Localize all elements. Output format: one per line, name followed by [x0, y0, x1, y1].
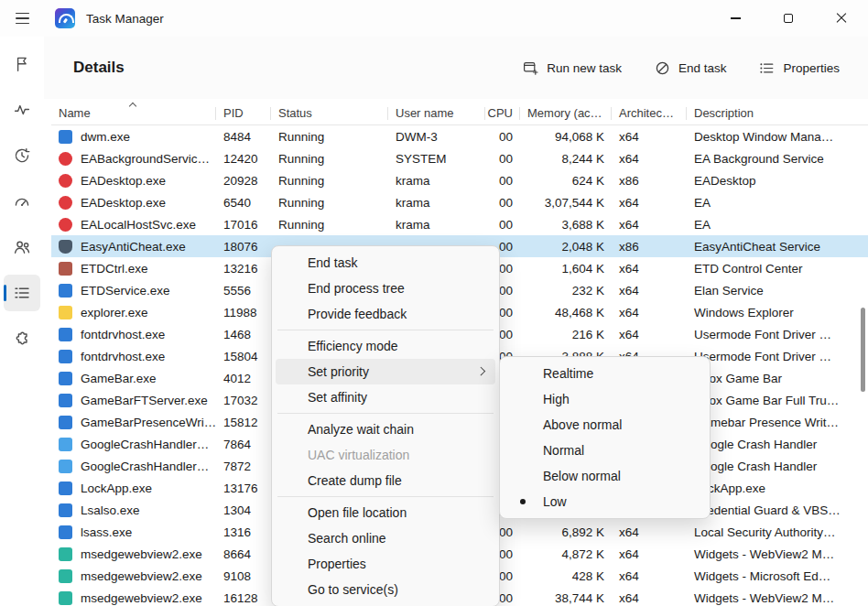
cell-arch: x64 [612, 257, 687, 279]
menu-item-efficiency-mode[interactable]: Efficiency mode [276, 333, 495, 359]
menu-item-open-file-location[interactable]: Open file location [276, 500, 495, 525]
process-icon [59, 547, 72, 561]
process-icon [59, 218, 72, 232]
priority-option-normal[interactable]: Normal [504, 438, 706, 463]
sidebar-item-services[interactable] [4, 320, 40, 357]
process-icon [59, 328, 72, 341]
properties-button[interactable]: Properties [747, 53, 852, 83]
priority-option-low[interactable]: Low [504, 489, 706, 514]
sidebar-item-startup-apps[interactable] [4, 183, 40, 220]
table-header: NamePIDStatusUser nameCPUMemory (ac…Arch… [51, 102, 868, 125]
menu-item-end-task[interactable]: End task [276, 250, 495, 276]
priority-option-realtime[interactable]: Realtime [504, 361, 706, 386]
cell-description: EA [687, 213, 868, 235]
menu-item-create-dump-file[interactable]: Create dump file [276, 468, 495, 493]
cell-cpu: 00 [485, 125, 520, 147]
process-row[interactable]: EALocalHostSvc.exe17016Runningkrama003,6… [51, 213, 868, 235]
cell-status: Running [271, 125, 388, 147]
column-header-description[interactable]: Description [687, 102, 868, 124]
cell-pid: 8484 [216, 125, 271, 147]
vertical-scrollbar-thumb[interactable] [861, 308, 865, 392]
menu-item-go-to-service-s[interactable]: Go to service(s) [276, 577, 495, 602]
cell-memory: 6,892 K [520, 521, 612, 543]
cell-memory: 1,604 K [520, 257, 612, 279]
cell-name: LockApp.exe [51, 477, 216, 499]
sidebar-item-processes[interactable] [4, 46, 40, 82]
cell-memory: 38,744 K [520, 587, 612, 606]
process-row[interactable]: EADesktop.exe6540Runningkrama003,07,544 … [51, 191, 868, 213]
process-row[interactable]: EABackgroundServic…12420RunningSYSTEM008… [51, 147, 868, 169]
properties-icon [759, 60, 775, 76]
run-new-task-button[interactable]: Run new task [511, 53, 634, 83]
sidebar-item-performance[interactable] [4, 92, 40, 128]
cell-arch: x86 [612, 235, 687, 257]
priority-option-high[interactable]: High [504, 386, 706, 412]
sort-ascending-icon [129, 103, 136, 110]
run-new-task-label: Run new task [547, 61, 622, 75]
chevron-right-icon [476, 367, 484, 375]
close-button[interactable] [815, 0, 868, 37]
process-icon [59, 569, 72, 583]
priority-option-above-normal[interactable]: Above normal [504, 412, 706, 438]
menu-item-set-affinity[interactable]: Set affinity [276, 384, 495, 410]
cell-arch: x64 [612, 521, 687, 543]
column-header-memory[interactable]: Memory (ac… [520, 102, 612, 124]
cell-user: krama [388, 213, 485, 235]
cell-name: fontdrvhost.exe [51, 345, 216, 367]
cell-description: Desktop Window Mana… [687, 125, 868, 147]
cell-description: EasyAntiCheat Service [687, 235, 868, 257]
cell-description: LockApp.exe [687, 477, 868, 499]
process-row[interactable]: dwm.exe8484RunningDWM-30094,068 Kx64Desk… [51, 125, 868, 147]
menu-item-analyze-wait-chain[interactable]: Analyze wait chain [276, 417, 495, 442]
process-icon [59, 284, 72, 298]
cell-arch: x86 [612, 169, 687, 191]
task-manager-app-icon [55, 8, 75, 28]
minimize-button[interactable] [709, 0, 762, 37]
cell-pid: 15812 [216, 411, 271, 433]
sidebar-item-app-history[interactable] [4, 137, 40, 174]
menu-item-uac-virtualization[interactable]: UAC virtualization [276, 442, 495, 468]
cell-description: Gamebar Presence Writ… [687, 411, 868, 433]
end-task-button[interactable]: End task [643, 53, 739, 83]
cell-pid: 5556 [216, 279, 271, 301]
properties-label: Properties [783, 61, 840, 75]
cell-name: GameBarFTServer.exe [51, 389, 216, 411]
users-icon [13, 238, 31, 256]
cell-name: explorer.exe [51, 301, 216, 323]
cell-pid: 11988 [216, 301, 271, 323]
column-header-user[interactable]: User name [388, 102, 485, 124]
cell-name: GoogleCrashHandler… [51, 433, 216, 455]
column-header-pid[interactable]: PID [216, 102, 271, 124]
cell-description: Windows Explorer [687, 301, 868, 323]
navigation-menu-button[interactable] [5, 3, 38, 34]
maximize-icon [784, 14, 793, 23]
menu-item-set-priority[interactable]: Set priority [276, 359, 495, 384]
column-header-name[interactable]: Name [51, 102, 216, 124]
end-task-label: End task [678, 61, 727, 75]
sidebar-item-details[interactable] [4, 275, 40, 311]
process-row[interactable]: EADesktop.exe20928Runningkrama00624 Kx86… [51, 169, 868, 191]
menu-item-provide-feedback[interactable]: Provide feedback [276, 301, 495, 327]
cell-status: Running [271, 191, 388, 213]
cell-status: Running [271, 213, 388, 235]
maximize-button[interactable] [762, 0, 815, 37]
menu-item-properties[interactable]: Properties [276, 551, 495, 577]
column-header-cpu[interactable]: CPU [485, 102, 520, 124]
menu-item-search-online[interactable]: Search online [276, 525, 495, 551]
cell-name: EADesktop.exe [51, 191, 216, 213]
cell-memory: 3,688 K [520, 213, 612, 235]
cell-arch: x64 [612, 565, 687, 587]
cell-pid: 6540 [216, 191, 271, 213]
cell-name: GameBar.exe [51, 367, 216, 389]
column-header-status[interactable]: Status [271, 102, 388, 124]
sidebar [0, 37, 44, 606]
sidebar-item-users[interactable] [4, 229, 40, 265]
selected-radio-icon [520, 499, 526, 504]
menu-item-end-process-tree[interactable]: End process tree [276, 276, 495, 301]
cell-pid: 7864 [216, 433, 271, 455]
priority-option-below-normal[interactable]: Below normal [504, 463, 706, 489]
cell-pid: 16128 [216, 587, 271, 606]
column-header-arch[interactable]: Architec… [612, 102, 687, 124]
cell-memory: 48,468 K [520, 301, 612, 323]
cell-description: Widgets - Microsoft Ed… [687, 565, 868, 587]
